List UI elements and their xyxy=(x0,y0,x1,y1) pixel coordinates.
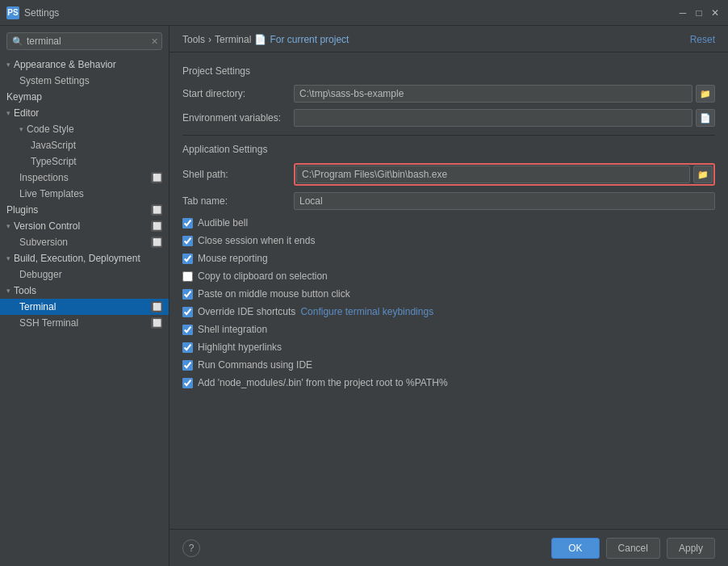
for-project-button[interactable]: 📄 For current project xyxy=(254,34,349,45)
shell-path-label: Shell path: xyxy=(182,169,287,180)
sidebar-item-version-control[interactable]: ▾ Version Control ⬜ xyxy=(0,218,169,234)
sidebar-item-javascript[interactable]: JavaScript xyxy=(0,137,169,153)
checkbox-row-audible-bell: Audible bell xyxy=(182,216,715,229)
terminal-badge: ⬜ xyxy=(151,301,162,312)
checkbox-row-copy-clipboard: Copy to clipboard on selection xyxy=(182,270,715,283)
tab-name-row: Tab name: xyxy=(182,192,715,210)
checkbox-row-mouse-reporting: Mouse reporting xyxy=(182,252,715,265)
search-input[interactable] xyxy=(27,36,148,47)
chevron-icon: ▾ xyxy=(6,61,10,69)
minimize-button[interactable]: ─ xyxy=(676,6,689,19)
ok-button[interactable]: OK xyxy=(551,538,599,559)
shell-path-input[interactable] xyxy=(296,166,690,183)
divider xyxy=(182,135,715,136)
checkbox-audible-bell[interactable] xyxy=(182,218,193,228)
checkbox-label-paste-middle: Paste on middle mouse button click xyxy=(198,288,350,300)
breadcrumb-parent: Tools xyxy=(182,34,205,45)
checkbox-shell-integration[interactable] xyxy=(182,325,193,335)
breadcrumb-separator: › xyxy=(208,34,211,45)
plugins-badge: ⬜ xyxy=(151,204,162,216)
sidebar-item-editor[interactable]: ▾ Editor xyxy=(0,105,169,121)
search-clear-icon[interactable]: ✕ xyxy=(151,36,158,47)
sidebar-item-ssh-terminal[interactable]: SSH Terminal ⬜ xyxy=(0,315,169,331)
checkboxes-container: Audible bellClose session when it endsMo… xyxy=(182,216,715,389)
sidebar-item-tools[interactable]: ▾ Tools xyxy=(0,283,169,299)
checkbox-label-audible-bell: Audible bell xyxy=(198,217,248,228)
checkbox-label-copy-clipboard: Copy to clipboard on selection xyxy=(198,270,328,282)
checkbox-label-shell-integration: Shell integration xyxy=(198,324,267,335)
apply-button[interactable]: Apply xyxy=(667,538,715,559)
inspections-badge: ⬜ xyxy=(151,172,162,183)
start-directory-row: Start directory: 📁 xyxy=(182,85,715,103)
chevron-icon: ▾ xyxy=(6,287,10,295)
checkbox-run-commands[interactable] xyxy=(182,360,193,371)
cancel-button[interactable]: Cancel xyxy=(606,538,660,559)
start-directory-label: Start directory: xyxy=(182,88,287,99)
sidebar-item-inspections[interactable]: Inspections ⬜ xyxy=(0,170,169,186)
checkbox-highlight-hyperlinks[interactable] xyxy=(182,342,193,353)
sidebar-item-terminal[interactable]: Terminal ⬜ xyxy=(0,299,169,315)
chevron-icon: ▾ xyxy=(6,254,10,262)
sidebar-item-build-exec-deploy[interactable]: ▾ Build, Execution, Deployment xyxy=(0,250,169,266)
checkbox-label-close-session: Close session when it ends xyxy=(198,235,315,246)
sidebar-item-plugins[interactable]: Plugins ⬜ xyxy=(0,202,169,218)
app-icon: PS xyxy=(6,6,19,19)
title-bar: PS Settings ─ □ ✕ xyxy=(0,0,728,26)
chevron-icon: ▾ xyxy=(19,125,23,133)
window-controls: ─ □ ✕ xyxy=(676,6,722,19)
breadcrumb-current: Terminal xyxy=(215,34,251,45)
maximize-button[interactable]: □ xyxy=(692,6,705,19)
checkbox-row-highlight-hyperlinks: Highlight hyperlinks xyxy=(182,341,715,354)
sidebar-item-appearance-behavior[interactable]: ▾ Appearance & Behavior xyxy=(0,57,169,73)
content-body: Project Settings Start directory: 📁 Envi… xyxy=(169,52,728,529)
search-box[interactable]: 🔍 ✕ xyxy=(6,32,162,50)
env-variables-wrapper: 📄 xyxy=(294,109,715,127)
close-button[interactable]: ✕ xyxy=(709,6,722,19)
bottom-bar: ? OK Cancel Apply xyxy=(169,529,728,566)
start-directory-input[interactable] xyxy=(294,85,692,103)
window-title: Settings xyxy=(24,7,59,19)
shell-path-browse-button[interactable]: 📁 xyxy=(693,166,713,183)
start-directory-wrapper: 📁 xyxy=(294,85,715,103)
env-variables-input[interactable] xyxy=(294,109,692,127)
sidebar-item-code-style[interactable]: ▾ Code Style xyxy=(0,121,169,137)
shell-path-wrapper: 📁 xyxy=(294,163,715,186)
help-button[interactable]: ? xyxy=(182,539,200,557)
bottom-buttons: OK Cancel Apply xyxy=(551,538,715,559)
checkbox-link-override-ide[interactable]: Configure terminal keybindings xyxy=(300,306,433,317)
app-settings-title: Application Settings xyxy=(182,144,715,155)
checkbox-copy-clipboard[interactable] xyxy=(182,271,193,282)
reset-button[interactable]: Reset xyxy=(690,34,715,45)
sidebar-item-keymap[interactable]: Keymap xyxy=(0,89,169,105)
tab-name-label: Tab name: xyxy=(182,195,287,207)
env-variables-label: Environment variables: xyxy=(182,112,287,124)
tab-name-input[interactable] xyxy=(294,192,715,210)
tab-name-wrapper xyxy=(294,192,715,210)
checkbox-close-session[interactable] xyxy=(182,236,193,246)
svn-badge: ⬜ xyxy=(151,237,162,248)
sidebar-item-live-templates[interactable]: Live Templates xyxy=(0,186,169,202)
sidebar-item-typescript[interactable]: TypeScript xyxy=(0,153,169,170)
start-directory-browse-button[interactable]: 📁 xyxy=(696,85,715,103)
ssh-badge: ⬜ xyxy=(151,317,162,329)
content-area: Tools › Terminal 📄 For current project R… xyxy=(169,26,728,566)
checkbox-row-override-ide: Override IDE shortcutsConfigure terminal… xyxy=(182,305,715,318)
sidebar-item-system-settings[interactable]: System Settings xyxy=(0,73,169,89)
sidebar-item-debugger[interactable]: Debugger xyxy=(0,266,169,283)
checkbox-row-add-node-modules: Add 'node_modules/.bin' from the project… xyxy=(182,376,715,389)
sidebar-item-subversion[interactable]: Subversion ⬜ xyxy=(0,234,169,250)
checkbox-add-node-modules[interactable] xyxy=(182,378,193,388)
checkbox-paste-middle[interactable] xyxy=(182,289,193,300)
env-variables-row: Environment variables: 📄 xyxy=(182,109,715,127)
checkbox-label-add-node-modules: Add 'node_modules/.bin' from the project… xyxy=(198,377,448,388)
sidebar: 🔍 ✕ ▾ Appearance & Behavior System Setti… xyxy=(0,26,169,566)
checkbox-row-paste-middle: Paste on middle mouse button click xyxy=(182,287,715,300)
checkbox-label-run-commands: Run Commands using IDE xyxy=(198,359,312,371)
checkbox-override-ide[interactable] xyxy=(182,307,193,317)
checkbox-mouse-reporting[interactable] xyxy=(182,254,193,264)
content-header: Tools › Terminal 📄 For current project R… xyxy=(169,26,728,52)
shell-path-row: Shell path: 📁 xyxy=(182,163,715,186)
env-variables-browse-button[interactable]: 📄 xyxy=(696,109,715,127)
checkbox-row-run-commands: Run Commands using IDE xyxy=(182,358,715,371)
checkbox-label-mouse-reporting: Mouse reporting xyxy=(198,253,268,264)
